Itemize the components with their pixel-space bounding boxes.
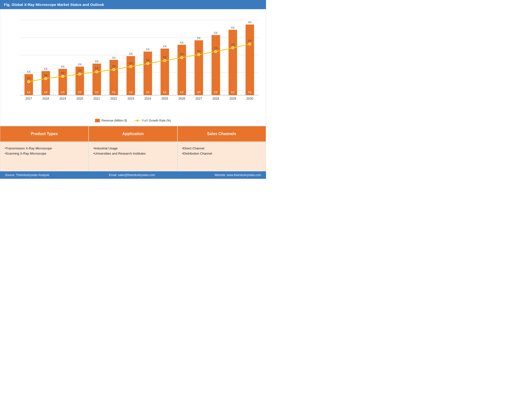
bottom-section: Product Types•Transmission X-Ray Microsc… bbox=[0, 126, 266, 171]
bar-bot-label-2027: XX bbox=[197, 91, 201, 94]
chart-legend: Revenue (Million $) Y-oY Growth Rate (%) bbox=[5, 117, 261, 123]
legend-revenue-label: Revenue (Million $) bbox=[101, 119, 127, 122]
chart-container: The Industry Stats m a r k e t r e s e a… bbox=[5, 13, 261, 117]
category-item: •Transmission X-Ray Microscope bbox=[5, 146, 84, 150]
bar-2024 bbox=[144, 52, 152, 95]
bar-bot-label-2022: XX bbox=[112, 91, 116, 94]
footer-website: Website: www.theindustrystats.com bbox=[214, 173, 261, 177]
chart-section: The Industry Stats m a r k e t r e s e a… bbox=[0, 9, 266, 126]
category-sales-channels: Sales Channels•Direct Channel•Distributi… bbox=[177, 126, 266, 171]
bar-line-chart: XXXX2017XXXX2018XXXX2019XXXX2020XXXX2021… bbox=[5, 13, 261, 117]
line-dot-2030 bbox=[248, 43, 251, 45]
category-item: •Industrial Usage bbox=[93, 146, 172, 150]
line-label-2025: XX bbox=[163, 56, 167, 59]
category-body-sales-channels: •Direct Channel•Distribution Channel bbox=[178, 142, 266, 171]
line-label-2027: XX bbox=[197, 50, 201, 53]
x-label-2024: 2024 bbox=[144, 97, 151, 100]
line-label-2023: XX bbox=[129, 62, 133, 65]
bar-top-label-2026: XX bbox=[180, 41, 184, 44]
bar-top-label-2023: XX bbox=[129, 52, 133, 55]
line-label-2021: XX bbox=[95, 67, 99, 70]
legend-bar-color bbox=[95, 119, 100, 122]
bar-bot-label-2017: XX bbox=[27, 91, 31, 94]
line-label-2030: XX bbox=[248, 39, 252, 42]
bar-bot-label-2024: XX bbox=[146, 91, 150, 94]
bar-top-label-2025: XX bbox=[163, 45, 167, 48]
category-body-application: •Industrial Usage•Universities and Resea… bbox=[89, 142, 177, 171]
bar-2029 bbox=[228, 30, 237, 95]
category-item: •Distribution Channel bbox=[182, 152, 261, 155]
x-label-2018: 2018 bbox=[42, 97, 49, 100]
line-label-2018: XX bbox=[44, 74, 48, 77]
line-dot-2025 bbox=[164, 59, 166, 62]
x-label-2029: 2029 bbox=[229, 97, 236, 100]
line-dot-2017 bbox=[27, 80, 30, 83]
bar-top-label-2018: XX bbox=[44, 67, 48, 70]
line-label-2028: XX bbox=[214, 47, 218, 50]
line-dot-2019 bbox=[61, 75, 64, 78]
bar-top-label-2029: XX bbox=[231, 26, 235, 29]
bar-bot-label-2023: XX bbox=[129, 91, 133, 94]
bar-top-label-2028: XX bbox=[214, 31, 218, 34]
bar-top-label-2017: XX bbox=[27, 70, 31, 73]
page-footer: Source: Theindustrystats Analysis Email:… bbox=[0, 171, 266, 179]
page-header: Fig. Global X-Ray Microscope Market Stat… bbox=[0, 0, 266, 9]
line-label-2017: XX bbox=[27, 77, 31, 80]
bar-top-label-2020: XX bbox=[78, 63, 82, 66]
bar-bot-label-2028: XX bbox=[214, 91, 218, 94]
category-item: •Scanning X-Ray Microscope bbox=[5, 152, 84, 155]
line-dot-2018 bbox=[44, 77, 47, 80]
legend-line-color bbox=[134, 120, 140, 121]
bar-bot-label-2025: XX bbox=[163, 91, 167, 94]
legend-growth: Y-oY Growth Rate (%) bbox=[134, 119, 171, 122]
footer-email: Email: sales@theindustrystats.com bbox=[109, 173, 155, 177]
x-label-2030: 2030 bbox=[247, 97, 253, 100]
category-header-product-types: Product Types bbox=[0, 126, 88, 142]
line-dot-2026 bbox=[181, 56, 183, 59]
bar-top-label-2022: XX bbox=[112, 56, 116, 59]
bar-bot-label-2019: XX bbox=[61, 91, 65, 94]
category-application: Application•Industrial Usage•Universitie… bbox=[89, 126, 177, 171]
bar-top-label-2019: XX bbox=[61, 65, 65, 68]
bar-bot-label-2030: XX bbox=[248, 91, 252, 94]
bar-bot-label-2029: XX bbox=[231, 91, 235, 94]
x-label-2023: 2023 bbox=[127, 97, 134, 100]
category-item: •Direct Channel bbox=[182, 146, 261, 150]
line-label-2022: XX bbox=[112, 65, 116, 68]
bar-top-label-2024: XX bbox=[146, 48, 150, 51]
x-label-2017: 2017 bbox=[25, 97, 32, 100]
line-dot-2020 bbox=[78, 73, 81, 75]
x-label-2020: 2020 bbox=[76, 97, 83, 100]
line-label-2026: XX bbox=[180, 53, 184, 55]
bar-2026 bbox=[177, 45, 186, 95]
category-body-product-types: •Transmission X-Ray Microscope•Scanning … bbox=[0, 142, 88, 171]
bar-bot-label-2018: XX bbox=[44, 91, 48, 94]
bar-bot-label-2020: XX bbox=[78, 91, 82, 94]
line-dot-2027 bbox=[198, 53, 200, 56]
line-dot-2022 bbox=[113, 68, 115, 71]
bar-top-label-2030: XX bbox=[248, 21, 252, 24]
bar-top-label-2021: XX bbox=[95, 60, 99, 63]
bar-top-label-2027: XX bbox=[197, 36, 201, 39]
legend-revenue: Revenue (Million $) bbox=[95, 119, 127, 122]
line-dot-2024 bbox=[147, 62, 149, 65]
bar-bot-label-2026: XX bbox=[180, 91, 184, 94]
category-header-application: Application bbox=[89, 126, 177, 142]
x-label-2019: 2019 bbox=[59, 97, 66, 100]
x-label-2028: 2028 bbox=[212, 97, 219, 100]
x-label-2026: 2026 bbox=[178, 97, 185, 100]
line-label-2019: XX bbox=[61, 72, 65, 74]
bar-bot-label-2021: XX bbox=[95, 91, 99, 94]
category-product-types: Product Types•Transmission X-Ray Microsc… bbox=[0, 126, 89, 171]
footer-source: Source: Theindustrystats Analysis bbox=[5, 173, 49, 177]
x-label-2022: 2022 bbox=[110, 97, 117, 100]
x-label-2021: 2021 bbox=[94, 97, 100, 100]
legend-growth-label: Y-oY Growth Rate (%) bbox=[142, 119, 171, 122]
category-header-sales-channels: Sales Channels bbox=[178, 126, 266, 142]
line-label-2020: XX bbox=[78, 69, 82, 72]
line-label-2024: XX bbox=[146, 59, 150, 62]
line-label-2029: XX bbox=[231, 43, 235, 46]
bar-2027 bbox=[194, 40, 203, 95]
line-dot-2023 bbox=[130, 65, 132, 68]
line-dot-2029 bbox=[231, 47, 234, 49]
